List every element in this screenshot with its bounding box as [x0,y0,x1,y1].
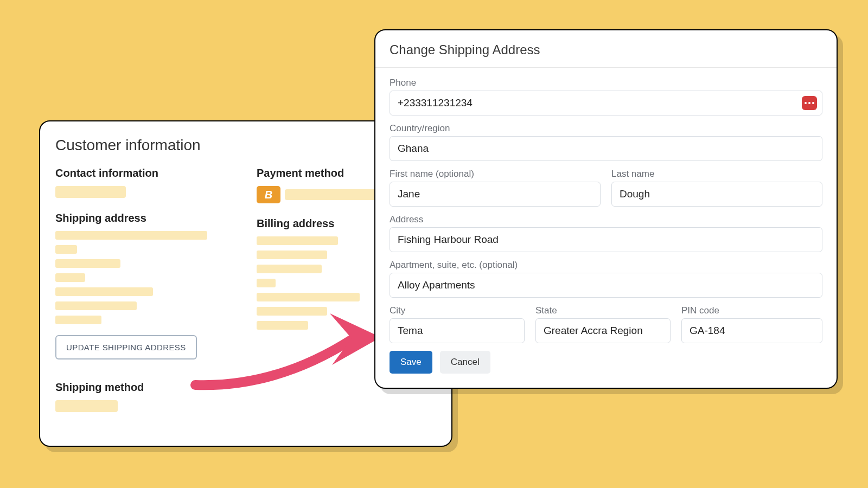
skeleton-line [257,265,322,273]
password-manager-icon[interactable] [802,96,817,110]
address-label: Address [390,214,822,225]
pin-label: PIN code [681,305,822,316]
shipping-address-heading: Shipping address [55,212,235,224]
save-button[interactable]: Save [390,351,432,374]
skeleton-line [55,400,118,412]
first-name-label: First name (optional) [390,169,601,179]
city-input[interactable] [390,318,525,343]
skeleton-line [257,251,327,259]
country-input[interactable] [390,136,822,161]
state-label: State [535,305,671,316]
skeleton-line [55,287,153,296]
address-input[interactable] [390,227,822,252]
last-name-label: Last name [611,169,822,179]
skeleton-line [55,273,85,282]
update-shipping-address-button[interactable]: UPDATE SHIPPING ADDRESS [55,335,197,359]
skeleton-line [55,316,101,324]
skeleton-line [257,321,308,330]
skeleton-line [55,301,137,310]
apartment-label: Apartment, suite, etc. (optional) [390,260,822,271]
apartment-input[interactable] [390,273,822,298]
skeleton-line [257,279,276,287]
skeleton-line [55,231,207,240]
state-input[interactable] [535,318,671,343]
last-name-input[interactable] [611,182,822,207]
country-label: Country/region [390,123,822,134]
phone-label: Phone [390,78,822,88]
first-name-input[interactable] [390,182,601,207]
skeleton-line [257,293,360,301]
city-label: City [390,305,525,316]
skeleton-line [55,259,120,268]
contact-info-heading: Contact information [55,167,235,179]
phone-input[interactable] [390,91,822,115]
pin-input[interactable] [681,318,822,343]
change-shipping-modal: Change Shipping Address Phone Country/re… [374,29,838,389]
modal-title: Change Shipping Address [390,42,822,57]
cancel-button[interactable]: Cancel [440,351,490,374]
skeleton-line [55,245,77,254]
skeleton-line [257,307,327,316]
skeleton-line [257,236,338,245]
skeleton-line [55,186,126,198]
shipping-method-heading: Shipping method [55,381,235,394]
payment-badge-icon: B [257,186,280,203]
